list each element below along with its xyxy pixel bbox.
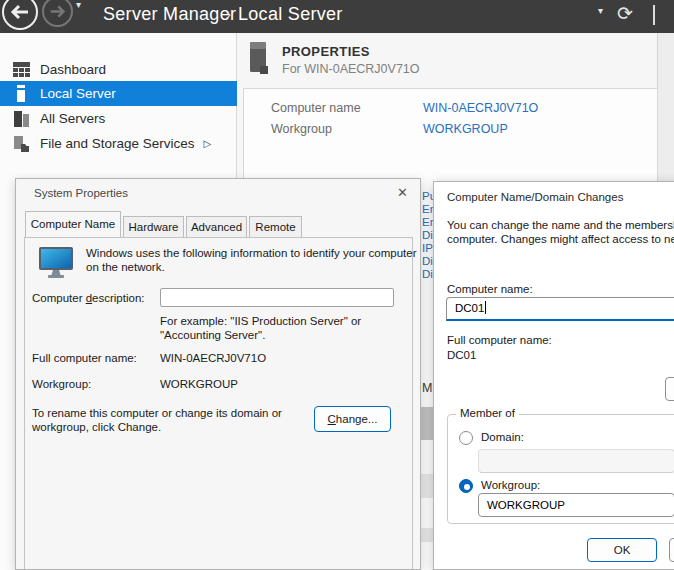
properties-title: PROPERTIES — [282, 44, 370, 59]
computer-description-input[interactable] — [160, 288, 394, 307]
sidebar-item-file-storage[interactable]: File and Storage Services ▷ — [0, 131, 237, 156]
back-button[interactable] — [2, 0, 38, 30]
occluded-value-fragment: Di — [422, 229, 433, 241]
tab-computer-name[interactable]: Computer Name — [25, 211, 121, 237]
workgroup-radio[interactable] — [459, 479, 473, 493]
dialog-title: System Properties — [34, 187, 128, 199]
ok-button[interactable]: OK — [587, 538, 657, 562]
scrollbar-thumb[interactable] — [421, 407, 433, 440]
dashboard-icon — [13, 61, 30, 78]
domain-radio-label: Domain: — [481, 431, 524, 443]
full-computer-name-value: DC01 — [447, 349, 476, 361]
full-computer-name-value: WIN-0AECRJ0V71O — [160, 352, 266, 364]
tab-remote[interactable]: Remote — [249, 216, 302, 237]
toolbar-dropdown-icon[interactable]: ▾ — [598, 5, 603, 16]
occluded-text-fragment: M — [422, 381, 432, 395]
cancel-button[interactable] — [669, 538, 674, 562]
sidebar-item-dashboard[interactable]: Dashboard — [0, 57, 237, 82]
occluded-value-fragment: Di — [422, 268, 433, 280]
dialog-body-text: computer. Changes might affect access to… — [447, 233, 674, 245]
refresh-icon[interactable]: ⟳ — [617, 2, 633, 25]
computer-name-domain-changes-dialog: Computer Name/Domain Changes You can cha… — [433, 181, 674, 570]
properties-subtitle: For WIN-0AECRJ0V71O — [282, 62, 420, 76]
server-manager-window: PROPERTIES For WIN-0AECRJ0V71O Computer … — [0, 0, 674, 570]
computer-name-label: Computer name: — [447, 283, 533, 295]
tab-advanced[interactable]: Advanced — [186, 216, 247, 237]
system-properties-dialog: System Properties ✕ Computer Name Hardwa… — [15, 178, 421, 570]
tab-hardware[interactable]: Hardware — [123, 216, 184, 237]
sidebar-item-all-servers[interactable]: All Servers — [0, 106, 237, 131]
sidebar-item-local-server[interactable]: Local Server — [0, 81, 237, 106]
all-servers-icon — [13, 110, 30, 127]
close-icon[interactable]: ✕ — [397, 185, 408, 200]
full-computer-name-label: Full computer name: — [447, 334, 552, 346]
property-label: Computer name — [271, 101, 361, 115]
local-server-icon — [13, 85, 30, 102]
sidebar-item-label: File and Storage Services — [40, 136, 195, 151]
workgroup-radio-label: Workgroup: — [481, 479, 540, 491]
domain-input[interactable] — [478, 449, 674, 473]
workgroup-link[interactable]: WORKGROUP — [423, 122, 508, 136]
member-of-label: Member of — [456, 407, 519, 419]
dialog-body-text: You can change the name and the membersh… — [447, 219, 674, 231]
property-label: Workgroup — [271, 122, 332, 136]
computer-name-input[interactable]: DC01 — [446, 297, 674, 321]
background-band — [421, 542, 433, 570]
text-caret — [485, 301, 486, 314]
background-band — [421, 474, 433, 498]
workgroup-value: WORKGROUP — [160, 378, 238, 390]
back-arrow-icon — [4, 0, 36, 28]
computer-name-tab-page: Windows uses the following information t… — [24, 237, 413, 570]
change-button[interactable]: Change... — [314, 406, 391, 432]
app-title: Server Manager — [103, 4, 236, 25]
expand-chevron-icon[interactable]: ▷ — [204, 138, 212, 149]
sidebar-item-label: Dashboard — [40, 62, 106, 77]
occluded-value-fragment: IP — [422, 242, 433, 254]
intro-text: on the network. — [86, 261, 165, 273]
forward-button[interactable] — [42, 0, 73, 27]
monitor-icon — [38, 247, 76, 279]
computer-description-label: Computer description: — [32, 292, 145, 304]
nav-dropdown-icon[interactable]: ▾ — [76, 0, 81, 10]
sidebar-item-label: All Servers — [40, 111, 105, 126]
workgroup-label: Workgroup: — [32, 378, 91, 390]
topbar: ▾ Server Manager › Local Server ▾ ⟳ — [0, 0, 674, 33]
flag-icon[interactable] — [653, 5, 655, 25]
full-computer-name-label: Full computer name: — [32, 352, 137, 364]
background-band — [421, 498, 433, 528]
server-tile-icon — [248, 42, 270, 78]
more-button[interactable] — [665, 377, 674, 401]
dialog-title: Computer Name/Domain Changes — [447, 191, 623, 203]
breadcrumb-separator: › — [226, 5, 231, 22]
background-band — [421, 528, 433, 542]
occluded-value-fragment: Di — [422, 255, 433, 267]
breadcrumb-section: Local Server — [238, 4, 343, 25]
domain-radio[interactable] — [459, 431, 473, 445]
description-example-text: For example: "IIS Production Server" or — [160, 315, 361, 327]
forward-arrow-icon — [44, 0, 71, 25]
description-example-text: "Accounting Server". — [160, 329, 265, 341]
intro-text: Windows uses the following information t… — [86, 247, 416, 259]
properties-header: PROPERTIES For WIN-0AECRJ0V71O — [237, 33, 674, 88]
sidebar-item-label: Local Server — [40, 86, 116, 101]
rename-hint-text: To rename this computer or change its do… — [32, 407, 282, 419]
file-storage-icon — [13, 135, 30, 152]
rename-hint-text: workgroup, click Change. — [32, 421, 161, 433]
workgroup-input[interactable]: WORKGROUP — [478, 493, 674, 517]
computer-name-link[interactable]: WIN-0AECRJ0V71O — [423, 101, 538, 115]
member-of-group: Member of Domain: Workgroup: WORKGROUP — [447, 414, 674, 524]
